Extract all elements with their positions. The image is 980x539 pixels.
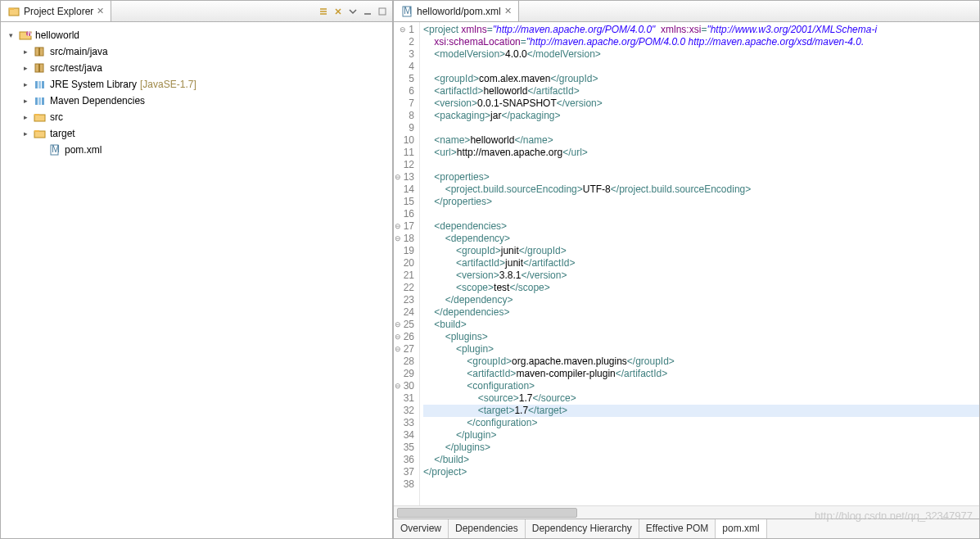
svg-text:M: M [27, 29, 32, 38]
pkg-icon [34, 61, 47, 75]
maximize-button[interactable] [376, 5, 389, 18]
tree-item[interactable]: ▸Maven Dependencies [1, 93, 392, 109]
xml-icon: M [48, 143, 61, 156]
svg-rect-14 [35, 97, 38, 105]
code-line[interactable]: <dependencies> [423, 220, 979, 233]
code-line[interactable]: <version>3.8.1</version> [423, 270, 979, 282]
expand-toggle[interactable]: ▸ [20, 48, 30, 56]
editor-bottom-tabs: OverviewDependenciesDependency Hierarchy… [394, 519, 979, 538]
code-line[interactable]: <artifactId>junit</artifactId> [423, 257, 979, 270]
lib-icon [34, 78, 47, 91]
code-line[interactable]: <scope>test</scope> [423, 282, 979, 294]
svg-text:M: M [404, 6, 412, 16]
code-line[interactable]: <project xmlns="http://maven.apache.org/… [423, 24, 979, 36]
tree-item-label: src/test/java [50, 62, 102, 74]
project-explorer-toolbar [317, 5, 392, 18]
link-editor-button[interactable] [332, 5, 345, 18]
project-explorer-panel: Project Explorer ✕ ▾Mhelloworld▸src/main… [0, 0, 393, 539]
line-number-gutter: ⊖123456789101112⊖13141516⊖17⊖18192021222… [394, 22, 420, 505]
code-line[interactable]: <project.build.sourceEncoding>UTF-8</pro… [423, 183, 979, 196]
project-explorer-title: Project Explorer [24, 6, 93, 17]
bottom-tab-pom.xml[interactable]: pom.xml [716, 519, 766, 538]
collapse-all-button[interactable] [317, 5, 330, 18]
code-line[interactable]: </properties> [423, 196, 979, 208]
code-line[interactable]: <properties> [423, 171, 979, 183]
xml-editor[interactable]: ⊖123456789101112⊖13141516⊖17⊖18192021222… [394, 22, 979, 505]
project-tree[interactable]: ▾Mhelloworld▸src/main/java▸src/test/java… [1, 22, 392, 538]
code-line[interactable]: xsi:schemaLocation="http://maven.apache.… [423, 36, 979, 48]
expand-toggle[interactable]: ▾ [6, 31, 16, 39]
svg-text:M: M [52, 144, 60, 155]
tree-item[interactable]: ▾Mhelloworld [1, 27, 392, 43]
tree-item[interactable]: ▸target [1, 125, 392, 142]
tree-item[interactable]: ▸src/test/java [1, 60, 392, 76]
expand-toggle[interactable]: ▸ [20, 129, 30, 138]
code-line[interactable]: </project> [423, 466, 979, 478]
tree-item[interactable]: Mpom.xml [1, 142, 392, 158]
scrollbar-thumb[interactable] [397, 508, 577, 518]
code-line[interactable]: <packaging>jar</packaging> [423, 110, 979, 122]
project-explorer-tabrow: Project Explorer ✕ [1, 1, 392, 22]
code-line[interactable]: </configuration> [423, 417, 979, 429]
tree-item[interactable]: ▸JRE System Library [JavaSE-1.7] [1, 76, 392, 93]
code-line[interactable] [423, 478, 979, 491]
tree-item-label: Maven Dependencies [50, 95, 145, 106]
code-line[interactable]: <target>1.7</target> [423, 405, 979, 417]
svg-rect-16 [42, 97, 44, 105]
bottom-tab-dependencies[interactable]: Dependencies [449, 519, 526, 538]
code-line[interactable]: </dependency> [423, 294, 979, 306]
code-line[interactable]: </dependencies> [423, 306, 979, 319]
code-line[interactable]: </build> [423, 454, 979, 466]
code-line[interactable]: <plugins> [423, 331, 979, 343]
tree-item-label: JRE System Library [50, 79, 137, 90]
bottom-tab-overview[interactable]: Overview [394, 519, 449, 538]
svg-rect-17 [34, 115, 45, 121]
code-line[interactable]: <artifactId>helloworld</artifactId> [423, 85, 979, 97]
code-line[interactable] [423, 159, 979, 171]
tree-item-label: pom.xml [65, 144, 102, 156]
code-line[interactable]: <artifactId>maven-compiler-plugin</artif… [423, 368, 979, 380]
tree-item-label: src [50, 111, 63, 123]
tree-item[interactable]: ▸src [1, 109, 392, 125]
editor-tab[interactable]: M helloworld/pom.xml ✕ [394, 1, 519, 21]
project-explorer-tab[interactable]: Project Explorer ✕ [1, 1, 111, 21]
code-line[interactable]: </plugins> [423, 442, 979, 454]
close-icon[interactable]: ✕ [504, 6, 512, 16]
code-line[interactable]: </plugin> [423, 429, 979, 442]
expand-toggle[interactable]: ▸ [20, 64, 30, 72]
code-line[interactable]: <build> [423, 319, 979, 331]
code-line[interactable]: <modelVersion>4.0.0</modelVersion> [423, 48, 979, 61]
minimize-button[interactable] [361, 5, 374, 18]
code-line[interactable] [423, 208, 979, 220]
close-icon[interactable]: ✕ [97, 6, 104, 16]
expand-toggle[interactable]: ▸ [20, 113, 30, 121]
tree-item-label: helloworld [35, 29, 79, 41]
code-line[interactable]: <url>http://maven.apache.org</url> [423, 147, 979, 159]
code-line[interactable]: <groupId>junit</groupId> [423, 245, 979, 257]
bottom-tab-effective-pom[interactable]: Effective POM [639, 519, 716, 538]
editor-tab-label: helloworld/pom.xml [417, 6, 501, 17]
code-line[interactable]: <name>helloworld</name> [423, 134, 979, 147]
view-menu-button[interactable] [346, 5, 359, 18]
fld-icon [34, 127, 47, 140]
fld-icon [34, 111, 47, 124]
horizontal-scrollbar[interactable] [394, 505, 979, 519]
code-line[interactable]: <groupId>org.apache.maven.plugins</group… [423, 356, 979, 368]
code-line[interactable]: <groupId>com.alex.maven</groupId> [423, 73, 979, 85]
svg-rect-10 [38, 64, 40, 72]
svg-rect-3 [379, 8, 386, 15]
svg-rect-1 [9, 8, 14, 10]
code-line[interactable]: <version>0.0.1-SNAPSHOT</version> [423, 97, 979, 110]
code-line[interactable]: <configuration> [423, 380, 979, 392]
bottom-tab-dependency-hierarchy[interactable]: Dependency Hierarchy [526, 519, 639, 538]
code-line[interactable] [423, 122, 979, 134]
expand-toggle[interactable]: ▸ [20, 97, 30, 105]
code-line[interactable]: <dependency> [423, 233, 979, 245]
tree-item[interactable]: ▸src/main/java [1, 43, 392, 60]
code-line[interactable] [423, 61, 979, 73]
code-line[interactable]: <plugin> [423, 343, 979, 356]
proj-icon: M [19, 29, 32, 42]
code-line[interactable]: <source>1.7</source> [423, 392, 979, 405]
expand-toggle[interactable]: ▸ [20, 80, 30, 88]
code-area[interactable]: <project xmlns="http://maven.apache.org/… [420, 22, 979, 505]
